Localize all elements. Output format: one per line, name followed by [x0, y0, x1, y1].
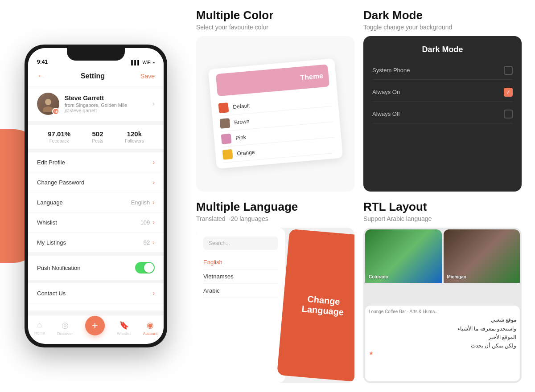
theme-label: Theme [300, 72, 323, 82]
rtl-preview: Colorado Michigan Lounge Coffee Bar · Ar… [363, 228, 522, 383]
app-header: ← Setting Save [28, 68, 164, 86]
dark-checkbox-always-off[interactable] [504, 110, 513, 118]
arabic-text: موقع شعبيواستحدو بمعرفة ما الأشياءالموقع… [369, 316, 516, 350]
language-card: Change Language [277, 229, 354, 382]
swatch-brown [219, 118, 230, 129]
profile-name: Steve Garrett [65, 94, 147, 102]
dark-mode-title: Dark Mode [372, 45, 513, 54]
header-title: Setting [81, 72, 105, 80]
menu-label-edit-profile: Edit Profile [37, 159, 65, 166]
phone-frame: 9:41 ▌▌▌ WiFi ▪ ← Setting Save [25, 45, 167, 347]
menu-label-contact-us: Contact Us [37, 290, 66, 297]
menu-label-about-us: About Us [37, 310, 61, 311]
stat-posts: 502 Posts [92, 130, 103, 143]
language-right: English › [131, 199, 155, 206]
nav-label-whislist: Whislist [117, 331, 131, 336]
menu-item-push-notification[interactable]: Push Notification [28, 256, 164, 280]
stat-feedback: 97.01% Feedback [48, 130, 70, 143]
feature-subtitle-multiple-language: Translated +20 languages [196, 215, 354, 222]
color-name-orange: Orange [236, 149, 255, 157]
dark-option-system: System Phone [372, 61, 513, 80]
menu-item-about-us[interactable]: About Us › [28, 303, 164, 310]
change-password-arrow-icon: › [152, 179, 155, 186]
menu-item-change-password[interactable]: Change Password › [28, 172, 164, 192]
feature-title-multiple-language: Multiple Language [196, 200, 354, 213]
listings-count: 92 [144, 239, 150, 246]
lang-item-vietnamses[interactable]: Vietnamses [203, 270, 278, 284]
menu-item-language[interactable]: Language English › [28, 192, 164, 212]
toggle-thumb [144, 263, 154, 273]
push-notification-section: Push Notification [28, 256, 164, 280]
swatch-orange [222, 149, 233, 160]
dark-option-always-off: Always Off [372, 105, 513, 123]
phone-section: 9:41 ▌▌▌ WiFi ▪ ← Setting Save [0, 0, 192, 392]
nav-item-whislist[interactable]: 🔖 Whislist [117, 320, 131, 336]
whislist-arrow-icon: › [152, 219, 155, 226]
account-icon: ◉ [147, 320, 154, 330]
nav-label-account: Account [143, 331, 158, 336]
nav-item-discover[interactable]: ◎ Discover [57, 320, 73, 336]
listings-arrow-icon: › [152, 239, 155, 246]
dark-checkbox-always-on[interactable]: ✓ [504, 88, 513, 97]
color-name-brown: Brown [234, 118, 249, 126]
dark-option-label-always-on: Always On [372, 89, 400, 95]
avatar-wrap: 48 [37, 93, 59, 115]
features-section: Multiple Color Select your favourite col… [192, 0, 535, 392]
profile-info: Steve Garrett from Singapore, Golden Mil… [65, 94, 147, 113]
back-button[interactable]: ← [37, 71, 45, 81]
menu-item-my-listings[interactable]: My Listings 92 › [28, 233, 164, 252]
stat-posts-label: Posts [92, 139, 103, 143]
home-icon: ⌂ [37, 320, 42, 330]
menu-label-language: Language [37, 199, 63, 206]
stat-followers-label: Followers [125, 139, 144, 143]
nav-label-home: Home [34, 331, 45, 335]
lang-item-english[interactable]: English [203, 255, 278, 270]
stats-section: 97.01% Feedback 502 Posts 120k Followers [28, 125, 164, 152]
feature-card-rtl-layout: RTL Layout Support Arabic language Color… [363, 200, 522, 383]
nav-item-account[interactable]: ◉ Account [143, 320, 158, 336]
language-value: English [131, 199, 150, 206]
whislist-count: 109 [140, 219, 150, 226]
colorado-image: Colorado [365, 229, 442, 283]
dark-option-label-always-off: Always Off [372, 110, 400, 117]
rtl-card-michigan: Michigan [444, 229, 520, 304]
menu-item-edit-profile[interactable]: Edit Profile › [28, 152, 164, 172]
swatch-pink [221, 134, 231, 144]
colorado-label: Colorado [369, 274, 388, 279]
dark-option-always-on: Always On ✓ [372, 83, 513, 102]
language-list: Search... English Vietnamses Arabic [196, 228, 285, 383]
svg-point-0 [45, 99, 51, 105]
language-search[interactable]: Search... [203, 237, 278, 250]
about-us-arrow-icon: › [152, 310, 155, 310]
menu-group-1: Edit Profile › Change Password › Languag… [28, 152, 164, 252]
add-button[interactable]: + [85, 316, 105, 335]
lang-item-arabic[interactable]: Arabic [203, 284, 278, 298]
feature-title-rtl-layout: RTL Layout [363, 200, 522, 213]
change-language-title: Change Language [282, 283, 354, 328]
profile-arrow-icon: › [152, 100, 155, 108]
status-icons: ▌▌▌ WiFi ▪ [131, 60, 155, 65]
whislist-right: 109 › [140, 219, 155, 226]
nav-item-home[interactable]: ⌂ Home [34, 320, 45, 335]
color-preview: Theme Default Brown Pink Orange [196, 36, 354, 192]
dark-checkbox-system[interactable] [504, 66, 513, 75]
feature-subtitle-rtl-layout: Support Arabic language [363, 215, 522, 222]
language-preview: Search... English Vietnamses Arabic Chan… [196, 228, 354, 383]
profile-section[interactable]: 48 Steve Garrett from Singapore, Golden … [28, 86, 164, 125]
menu-item-whislist[interactable]: Whislist 109 › [28, 212, 164, 233]
menu-group-2: Contact Us › About Us › [28, 283, 164, 310]
rtl-card-colorado: Colorado [365, 229, 442, 304]
feature-subtitle-dark-mode: Toggle change your background [363, 24, 522, 31]
save-button[interactable]: Save [140, 73, 155, 80]
swatch-default [218, 102, 229, 113]
push-notification-toggle[interactable] [135, 262, 155, 274]
menu-item-contact-us[interactable]: Contact Us › [28, 283, 164, 303]
language-arrow-icon: › [152, 199, 155, 206]
wifi-icon: WiFi [142, 60, 151, 65]
dark-option-label-system: System Phone [372, 67, 410, 74]
feature-title-multiple-color: Multiple Color [196, 9, 354, 22]
stat-followers-value: 120k [125, 130, 144, 138]
color-name-default: Default [232, 102, 250, 110]
feature-card-dark-mode: Dark Mode Toggle change your background … [363, 9, 522, 192]
discover-icon: ◎ [62, 320, 69, 330]
